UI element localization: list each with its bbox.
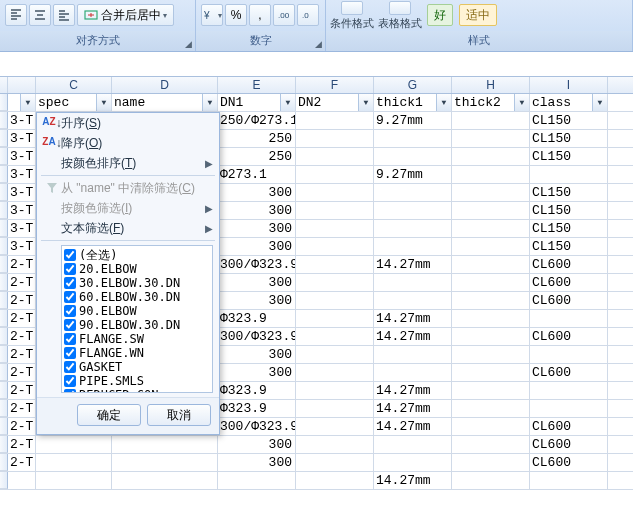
cell[interactable]: 250 [218,130,296,147]
cell[interactable]: 14.27mm [374,382,452,399]
cell[interactable] [452,274,530,291]
cell[interactable] [296,436,374,453]
cell[interactable] [452,436,530,453]
filter-check-item[interactable]: 90.ELBOW.30.DN [64,318,210,332]
cancel-button[interactable]: 取消 [147,404,211,426]
cond-format-button[interactable] [341,1,363,15]
cell[interactable] [374,202,452,219]
cell[interactable]: 2-T [8,256,36,273]
cell[interactable]: 2-T [8,400,36,417]
cell[interactable]: CL150 [530,184,608,201]
cell[interactable] [374,346,452,363]
cell[interactable]: 2-T [8,364,36,381]
col-header[interactable] [8,77,36,93]
cell[interactable] [452,292,530,309]
cell[interactable] [452,328,530,345]
cell[interactable] [112,436,218,453]
cell[interactable] [452,346,530,363]
cell[interactable]: 3-T [8,184,36,201]
cell[interactable]: 9.27mm [374,112,452,129]
cell[interactable]: 14.27mm [374,472,452,489]
cell[interactable] [296,166,374,183]
cell[interactable]: 2-T [8,292,36,309]
currency-button[interactable]: ¥▾ [201,4,223,26]
cell[interactable]: 2-T [8,310,36,327]
align-top-button[interactable] [5,4,27,26]
cell[interactable]: 14.27mm [374,418,452,435]
cell[interactable]: CL600 [530,418,608,435]
cell[interactable]: 300 [218,220,296,237]
cell[interactable]: 14.27mm [374,400,452,417]
cell[interactable] [374,274,452,291]
filter-button[interactable] [20,94,35,111]
cell[interactable] [112,472,218,489]
filter-checkbox-list[interactable]: (全选) 20.ELBOW30.ELBOW.30.DN60.ELBOW.30.D… [61,245,213,393]
cell[interactable] [530,166,608,183]
filter-check-item[interactable]: GASKET [64,360,210,374]
cell[interactable] [530,472,608,489]
cell[interactable] [530,346,608,363]
cell[interactable]: 3-T [8,202,36,219]
filter-check-item[interactable]: 20.ELBOW [64,262,210,276]
cell[interactable]: 2-T [8,454,36,471]
cell[interactable] [530,400,608,417]
cell[interactable] [112,454,218,471]
cell[interactable] [374,184,452,201]
cell[interactable]: 250/Φ273.1 [218,112,296,129]
cell[interactable]: CL600 [530,436,608,453]
cell[interactable]: 250 [218,148,296,165]
cell[interactable]: CL150 [530,238,608,255]
cell[interactable]: Φ323.9 [218,400,296,417]
cell[interactable]: 3-T [8,238,36,255]
cell[interactable]: CL600 [530,454,608,471]
cell[interactable] [296,328,374,345]
cell[interactable] [374,238,452,255]
cell[interactable]: 300/Φ323.9 [218,256,296,273]
dialog-launcher-icon[interactable]: ◢ [183,39,193,49]
cell[interactable] [296,382,374,399]
percent-button[interactable]: % [225,4,247,26]
cell[interactable] [36,436,112,453]
cell[interactable] [452,418,530,435]
comma-button[interactable]: , [249,4,271,26]
sort-desc-item[interactable]: ZA↓ 降序(O) [37,133,219,153]
cell[interactable]: 2-T [8,382,36,399]
dialog-launcher-icon[interactable]: ◢ [313,39,323,49]
cell[interactable]: Φ323.9 [218,310,296,327]
cell[interactable] [374,364,452,381]
cell[interactable]: 3-T [8,148,36,165]
cell[interactable]: 3-T [8,112,36,129]
cell[interactable] [296,148,374,165]
cell[interactable] [296,400,374,417]
cell[interactable] [452,112,530,129]
cell[interactable] [374,292,452,309]
cell[interactable]: 2-T [8,436,36,453]
cell[interactable]: 9.27mm [374,166,452,183]
cell[interactable] [452,382,530,399]
cell[interactable]: Φ273.1 [218,166,296,183]
cell[interactable]: CL150 [530,130,608,147]
cell[interactable] [296,130,374,147]
cell[interactable]: CL150 [530,202,608,219]
filter-button[interactable] [358,94,373,111]
cell[interactable] [374,220,452,237]
cell[interactable] [452,166,530,183]
ok-button[interactable]: 确定 [77,404,141,426]
cell[interactable]: 300 [218,346,296,363]
cell[interactable]: CL600 [530,364,608,381]
cell[interactable] [296,364,374,381]
cell[interactable] [374,454,452,471]
col-header[interactable]: I [530,77,608,93]
cell[interactable]: CL600 [530,274,608,291]
cell[interactable]: 300 [218,436,296,453]
filter-check-item[interactable]: 30.ELBOW.30.DN [64,276,210,290]
align-bottom-button[interactable] [53,4,75,26]
col-header[interactable]: H [452,77,530,93]
cell[interactable]: 3-T [8,220,36,237]
filter-button[interactable] [96,94,111,111]
increase-decimal-button[interactable]: .00 [273,4,295,26]
cell[interactable]: CL600 [530,328,608,345]
cell[interactable] [374,130,452,147]
filter-check-item[interactable]: PIPE.SMLS [64,374,210,388]
cell[interactable] [452,400,530,417]
